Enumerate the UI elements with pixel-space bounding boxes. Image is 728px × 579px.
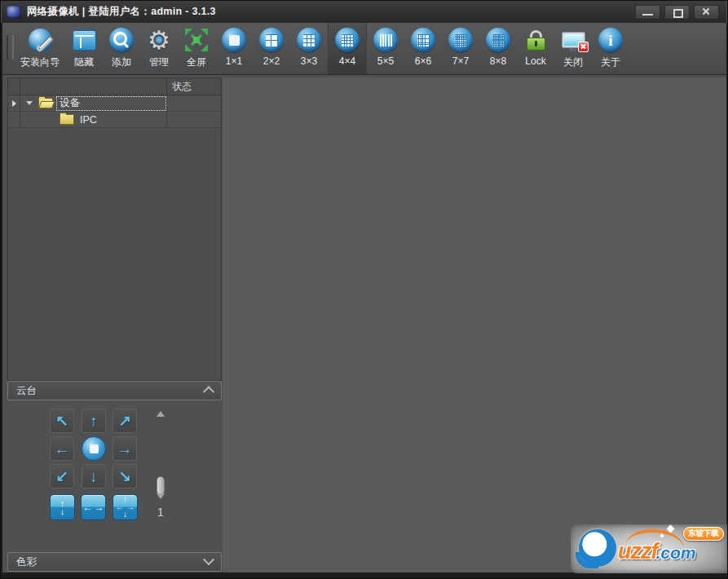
toolbar-grip[interactable]	[7, 35, 14, 60]
toolbar-item-close[interactable]: 关闭	[554, 23, 592, 74]
grid-1x1-icon	[221, 27, 247, 53]
ptz-vertical-scan-button[interactable]: ↑↓	[50, 494, 75, 520]
watermark-badge: 东坡下载	[683, 527, 724, 541]
chevron-up-icon	[203, 386, 214, 397]
about-info-icon: i	[598, 27, 624, 53]
uzzf-watermark: uzzf.com 东坡下载	[571, 524, 727, 573]
app-camera-icon	[7, 6, 21, 18]
toolbar-item-lock[interactable]: Lock	[517, 23, 554, 74]
ptz-horizontal-scan-button[interactable]: ←→	[81, 494, 106, 520]
app-window: 网络摄像机 | 登陆用户名：admin - 3.1.3 安装向导 隐藏 添加 ⚙…	[0, 0, 728, 579]
speed-slider-down-icon[interactable]	[157, 493, 165, 499]
wizard-globe-wrench-icon	[27, 27, 53, 53]
toolbar-item-add[interactable]: 添加	[103, 23, 140, 74]
window-frame-right	[726, 23, 727, 578]
toolbar-item-about[interactable]: i 关于	[592, 23, 629, 74]
selected-node-box[interactable]: 设备	[56, 96, 166, 111]
window-controls	[635, 5, 726, 20]
status-column-header: 状态	[166, 78, 221, 95]
toolbar: 安装向导 隐藏 添加 ⚙ 管理 全屏 1×1	[2, 23, 726, 75]
window-frame-left	[1, 23, 2, 578]
toolbar-item-grid-5x5[interactable]: 5×5	[367, 23, 404, 74]
ptz-up-right-button[interactable]: ↗	[113, 409, 137, 433]
toolbar-item-grid-4x4[interactable]: 4×4	[328, 23, 367, 74]
toolbar-item-grid-2x2[interactable]: 2×2	[253, 23, 290, 74]
speed-value: 1	[157, 506, 164, 519]
tree-row-device[interactable]: 设备	[8, 95, 221, 112]
window-title: 网络摄像机 | 登陆用户名：admin - 3.1.3	[27, 5, 216, 19]
close-button[interactable]	[694, 5, 719, 20]
ptz-right-button[interactable]: →	[113, 436, 137, 461]
speed-slider-up-icon[interactable]	[157, 411, 165, 417]
folder-icon	[60, 114, 74, 125]
toolbar-item-grid-7x7[interactable]: 7×7	[442, 23, 479, 74]
toolbar-item-wizard[interactable]: 安装向导	[15, 23, 65, 74]
grid-8x8-icon	[485, 27, 511, 53]
maximize-button[interactable]	[664, 5, 690, 20]
ptz-left-button[interactable]: ←	[50, 436, 74, 461]
ptz-down-right-button[interactable]: ↘	[113, 464, 137, 488]
grid-2x2-icon	[258, 27, 285, 53]
grid-6x6-icon	[410, 27, 436, 53]
video-display-area	[223, 77, 726, 572]
toolbar-item-manage[interactable]: ⚙ 管理	[140, 23, 178, 74]
ptz-up-left-button[interactable]: ↖	[50, 409, 74, 433]
manage-gear-icon: ⚙	[146, 27, 172, 53]
grid-7x7-icon	[448, 27, 474, 53]
fullscreen-expand-icon	[183, 27, 210, 53]
grid-5x5-icon	[373, 27, 399, 53]
tree-header-row: 状态	[8, 78, 221, 95]
status-cell	[166, 112, 221, 127]
toolbar-item-grid-3x3[interactable]: 3×3	[290, 23, 328, 74]
ptz-panel-header[interactable]: 云台	[7, 381, 222, 400]
grid-3x3-icon	[296, 27, 322, 53]
close-monitor-icon	[560, 27, 586, 53]
toolbar-item-grid-1x1[interactable]: 1×1	[215, 23, 253, 74]
device-tree-panel: 状态 设备 IPC	[7, 77, 222, 381]
ptz-auto-scan-button[interactable]: ↑↓ ←→	[113, 494, 138, 520]
grid-4x4-icon	[334, 27, 360, 53]
title-bar: 网络摄像机 | 登陆用户名：admin - 3.1.3	[2, 1, 726, 24]
window-frame-bottom	[1, 572, 727, 578]
collapse-expander-icon[interactable]	[26, 101, 33, 105]
toolbar-item-fullscreen[interactable]: 全屏	[178, 23, 215, 74]
lock-icon	[523, 27, 549, 53]
stop-square-icon	[90, 444, 99, 453]
ptz-controls: ↖ ↑ ↗ ← → ↙ ↓ ↘ ↑↓ ←→ ↑↓ ←→ 1	[7, 401, 222, 552]
speed-slider-thumb[interactable]	[157, 476, 165, 495]
ptz-down-button[interactable]: ↓	[82, 464, 106, 488]
open-folder-icon	[38, 98, 53, 108]
uzzf-swirl-logo-icon	[579, 529, 616, 567]
watermark-name: uzzf	[618, 539, 657, 564]
hide-panel-icon	[71, 27, 97, 53]
color-panel-header[interactable]: 色彩	[7, 552, 222, 572]
add-search-icon	[108, 27, 135, 53]
ptz-down-left-button[interactable]: ↙	[50, 464, 74, 488]
ptz-up-button[interactable]: ↑	[82, 409, 106, 433]
current-row-indicator-icon	[12, 100, 16, 107]
maximize-icon	[673, 9, 683, 18]
minimize-button[interactable]	[635, 5, 660, 20]
watermark-tld: .com	[655, 543, 695, 562]
toolbar-item-grid-6x6[interactable]: 6×6	[404, 23, 442, 74]
status-cell	[166, 95, 221, 111]
tree-row-ipc[interactable]: IPC	[8, 112, 221, 128]
chevron-down-icon	[203, 554, 214, 565]
minimize-icon	[642, 14, 653, 15]
toolbar-item-hide[interactable]: 隐藏	[65, 23, 103, 74]
ptz-stop-button[interactable]	[82, 436, 106, 461]
toolbar-item-grid-8x8[interactable]: 8×8	[479, 23, 517, 74]
